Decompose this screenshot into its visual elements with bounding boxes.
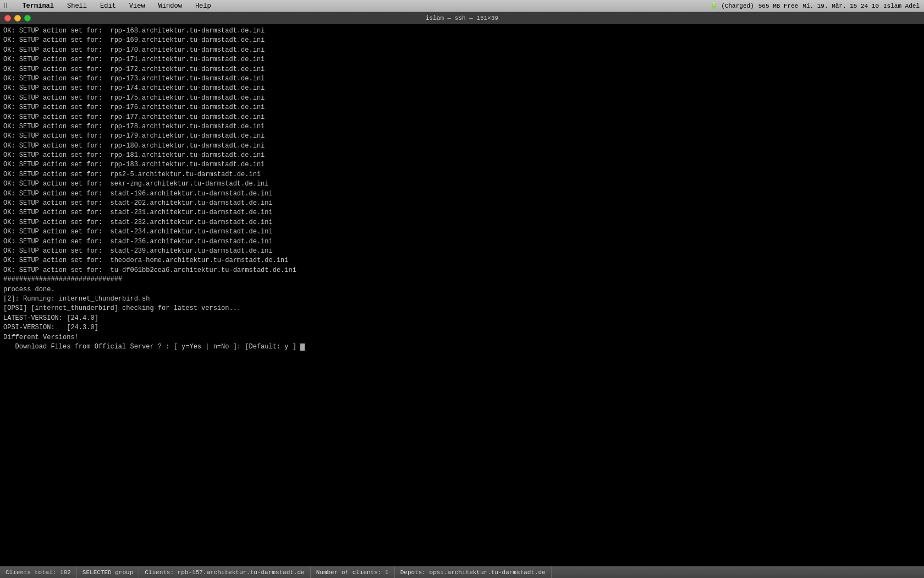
terminal-line: OK: SETUP action set for: rpp-171.archit… — [3, 55, 921, 64]
terminal-line: OK: SETUP action set for: stadt-196.arch… — [3, 189, 921, 199]
terminal-line: OK: SETUP action set for: rpp-180.archit… — [3, 141, 921, 151]
terminal-line: OK: SETUP action set for: sekr-zmg.archi… — [3, 179, 921, 189]
menu-view[interactable]: View — [127, 2, 147, 10]
battery-status: 🔋 (Charged) — [710, 2, 754, 9]
terminal-line: LATEST-VERSION: [24.4.0] — [3, 314, 921, 323]
terminal-line: [2]: Running: internet_thunderbird.sh — [3, 295, 921, 304]
terminal-line: OK: SETUP action set for: stadt-232.arch… — [3, 218, 921, 227]
maximize-button[interactable] — [24, 15, 31, 21]
terminal-line: OK: SETUP action set for: rpp-178.archit… — [3, 122, 921, 132]
terminal-line: process done. — [3, 285, 921, 295]
status-bar: Clients total: 182 SELECTED group Client… — [0, 566, 924, 578]
depots-info: Depots: opsi.architektur.tu-darmstadt.de — [395, 566, 552, 578]
terminal-line: OK: SETUP action set for: tu-df061bb2cea… — [3, 266, 921, 275]
terminal-line: OPSI-VERSION: [24.3.0] — [3, 323, 921, 332]
menu-edit[interactable]: Edit — [98, 2, 118, 10]
terminal-line: OK: SETUP action set for: rpp-177.archit… — [3, 113, 921, 122]
clients-total: Clients total: 182 — [0, 566, 77, 578]
terminal-line: OK: SETUP action set for: stadt-239.arch… — [3, 247, 921, 256]
terminal-line: [OPSI] [internet_thunderbird] checking f… — [3, 304, 921, 313]
free-memory: 565 MB Free — [758, 3, 799, 9]
terminal-line: ############################## — [3, 275, 921, 285]
terminal-line: OK: SETUP action set for: rpp-168.archit… — [3, 26, 921, 36]
terminal-line: OK: SETUP action set for: rpp-181.archit… — [3, 151, 921, 160]
terminal-line: OK: SETUP action set for: rpp-172.archit… — [3, 65, 921, 74]
terminal-line: OK: SETUP action set for: theodora-home.… — [3, 256, 921, 265]
clients-info: Clients: rpb-157.architektur.tu-darmstad… — [139, 566, 310, 578]
menu-bar:  Terminal Shell Edit View Window Help 🔋… — [0, 0, 924, 12]
menu-terminal[interactable]: Terminal — [20, 2, 56, 10]
terminal-line: OK: SETUP action set for: rps2-5.archite… — [3, 170, 921, 179]
terminal-line: OK: SETUP action set for: stadt-231.arch… — [3, 208, 921, 217]
terminal-cursor — [300, 343, 305, 351]
terminal-line: OK: SETUP action set for: rpp-169.archit… — [3, 36, 921, 45]
datetime: Mi. 19. Mär. 15 24 10 — [802, 3, 879, 9]
terminal-line: OK: SETUP action set for: stadt-236.arch… — [3, 237, 921, 247]
selected-group: SELECTED group — [77, 566, 139, 578]
terminal-line: Different Versions! — [3, 333, 921, 342]
close-button[interactable] — [4, 15, 11, 21]
number-of-clients: Number of clients: 1 — [311, 566, 395, 578]
terminal-content[interactable]: OK: SETUP action set for: rpp-168.archit… — [0, 24, 924, 566]
terminal-line: OK: SETUP action set for: rpp-175.archit… — [3, 94, 921, 103]
window-title: islam — ssh — 151×39 — [426, 15, 498, 21]
menu-shell[interactable]: Shell — [65, 2, 89, 10]
terminal-line: OK: SETUP action set for: rpp-183.archit… — [3, 160, 921, 170]
terminal-prompt[interactable]: Download Files from Official Server ? : … — [3, 342, 921, 352]
terminal-line: OK: SETUP action set for: rpp-170.archit… — [3, 46, 921, 55]
menu-window[interactable]: Window — [156, 2, 184, 10]
menubar-right: 🔋 (Charged) 565 MB Free Mi. 19. Mär. 15 … — [710, 2, 920, 9]
username: Islam Adel — [883, 3, 920, 9]
terminal-line: OK: SETUP action set for: rpp-173.archit… — [3, 74, 921, 84]
prompt-text: Download Files from Official Server ? : … — [3, 342, 300, 352]
terminal-line: OK: SETUP action set for: stadt-202.arch… — [3, 199, 921, 208]
title-bar: islam — ssh — 151×39 — [0, 12, 924, 24]
terminal-line: OK: SETUP action set for: stadt-234.arch… — [3, 227, 921, 237]
minimize-button[interactable] — [14, 15, 21, 21]
terminal-line: OK: SETUP action set for: rpp-174.archit… — [3, 84, 921, 93]
terminal-line: OK: SETUP action set for: rpp-176.archit… — [3, 103, 921, 112]
apple-menu[interactable]:  — [4, 2, 9, 10]
terminal-line: OK: SETUP action set for: rpp-179.archit… — [3, 132, 921, 141]
menu-help[interactable]: Help — [193, 2, 213, 10]
